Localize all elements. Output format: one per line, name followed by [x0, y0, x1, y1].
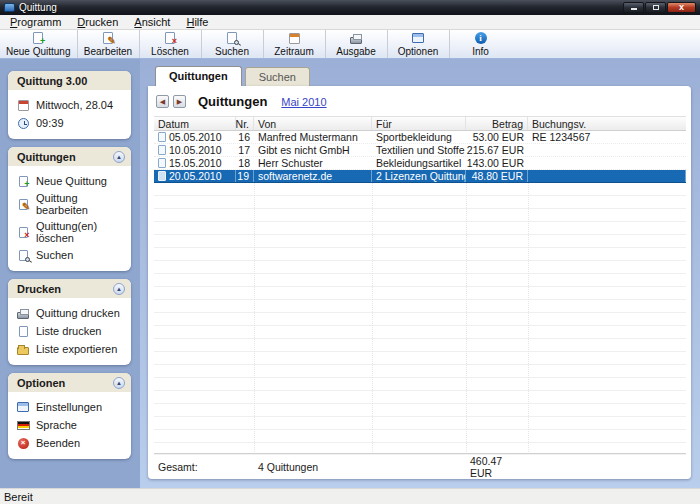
- receipt-doc-icon: [158, 158, 166, 168]
- maximize-button[interactable]: [645, 2, 666, 13]
- clock-icon: [16, 116, 30, 130]
- menu-drucken[interactable]: Drucken: [69, 15, 126, 29]
- optionen-panel-title: Optionen: [17, 377, 65, 389]
- toolbar-period-button[interactable]: Zeitraum: [264, 30, 326, 58]
- printer-icon: [16, 306, 30, 320]
- table-header[interactable]: Datum Nr. Von Für Betrag Buchungsv.: [154, 116, 686, 131]
- sidebar-item-quittung-loeschen[interactable]: × Quittung(en) löschen: [16, 218, 127, 246]
- total-label: Gesamt:: [154, 461, 236, 473]
- german-flag-icon: [16, 418, 30, 432]
- toolbar-output-button[interactable]: Ausgabe: [326, 30, 388, 58]
- toolbar-delete-button[interactable]: × Löschen: [140, 30, 202, 58]
- col-betrag[interactable]: Betrag: [466, 117, 528, 130]
- receipt-list-panel: ◀ ▶ Quittungen Mai 2010 Datum Nr. Von Fü…: [148, 86, 691, 479]
- menu-bar: Programm Drucken Ansicht Hilfe: [0, 15, 700, 30]
- table-row[interactable]: 10.05.2010 17 Gibt es nicht GmbH Textili…: [154, 144, 686, 157]
- new-receipt-icon: +: [31, 31, 46, 45]
- col-datum[interactable]: Datum: [154, 117, 236, 130]
- toolbar-new-receipt-button[interactable]: + Neue Quittung: [0, 30, 78, 58]
- collapse-button[interactable]: ▲: [113, 151, 125, 163]
- sidebar-item-sprache[interactable]: Sprache: [16, 416, 127, 434]
- toolbar-info-button[interactable]: i Info: [450, 30, 512, 58]
- sidebar-item-beenden[interactable]: × Beenden: [16, 434, 127, 452]
- receipt-count: 4 Quittungen: [254, 461, 372, 473]
- search-icon: [225, 31, 240, 45]
- new-receipt-icon: +: [16, 174, 30, 188]
- calendar-icon: [287, 31, 302, 45]
- sidebar-item-quittung-bearbeiten[interactable]: ✎ Quittung bearbeiten: [16, 190, 127, 218]
- tab-suchen[interactable]: Suchen: [245, 67, 310, 86]
- title-bar: Quittung x: [0, 0, 700, 15]
- search-icon: [16, 248, 30, 262]
- minimize-button[interactable]: [623, 2, 644, 13]
- table-row[interactable]: 05.05.2010 16 Manfred Mustermann Sportbe…: [154, 131, 686, 144]
- document-icon: [16, 324, 30, 338]
- toolbar-options-button[interactable]: Optionen: [388, 30, 450, 58]
- table-footer: Gesamt: 4 Quittungen 460.47 EUR: [154, 454, 686, 474]
- col-nr[interactable]: Nr.: [236, 117, 254, 130]
- receipt-doc-icon: [158, 132, 166, 142]
- menu-hilfe[interactable]: Hilfe: [178, 15, 216, 29]
- toolbar-search-button[interactable]: Suchen: [202, 30, 264, 58]
- drucken-panel: Drucken ▲ Quittung drucken Liste drucken: [8, 279, 131, 365]
- sidebar-item-liste-drucken[interactable]: Liste drucken: [16, 322, 127, 340]
- current-date: Mittwoch, 28.04: [16, 96, 127, 114]
- calendar-icon: [16, 98, 30, 112]
- sidebar-item-einstellungen[interactable]: Einstellungen: [16, 398, 127, 416]
- collapse-button[interactable]: ▲: [113, 283, 125, 295]
- col-von[interactable]: Von: [254, 117, 372, 130]
- info-panel: Quittung 3.00 Mittwoch, 28.04 09:39: [8, 71, 131, 139]
- printer-icon: [349, 31, 364, 45]
- status-bar: Bereit: [0, 488, 700, 504]
- sidebar-item-suchen[interactable]: Suchen: [16, 246, 127, 264]
- menu-programm[interactable]: Programm: [2, 15, 69, 29]
- tab-bar: Quittungen Suchen: [148, 66, 691, 86]
- tab-quittungen[interactable]: Quittungen: [155, 66, 242, 86]
- delete-icon: ×: [16, 225, 30, 239]
- quittungen-panel: Quittungen ▲ + Neue Quittung ✎ Quittung …: [8, 147, 131, 271]
- options-icon: [411, 31, 426, 45]
- collapse-button[interactable]: ▲: [113, 377, 125, 389]
- sidebar-item-liste-exportieren[interactable]: Liste exportieren: [16, 340, 127, 358]
- info-panel-title: Quittung 3.00: [17, 75, 87, 87]
- settings-icon: [16, 400, 30, 414]
- app-window: Quittung x Programm Drucken Ansicht Hilf…: [0, 0, 700, 504]
- status-text: Bereit: [4, 491, 33, 503]
- main-region: Quittungen Suchen ◀ ▶ Quittungen Mai 201…: [140, 59, 700, 488]
- drucken-panel-title: Drucken: [17, 283, 61, 295]
- window-title: Quittung: [19, 2, 623, 13]
- edit-icon: ✎: [101, 31, 116, 45]
- sidebar-item-quittung-drucken[interactable]: Quittung drucken: [16, 304, 127, 322]
- table-row[interactable]: 15.05.2010 18 Herr Schuster Bekleidungsa…: [154, 157, 686, 170]
- sidebar-item-neue-quittung[interactable]: + Neue Quittung: [16, 172, 127, 190]
- receipt-doc-icon: [158, 171, 166, 181]
- table-row-selected[interactable]: 20.05.2010 19 softwarenetz.de 2 Lizenzen…: [154, 170, 686, 183]
- current-time: 09:39: [16, 114, 127, 132]
- optionen-panel: Optionen ▲ Einstellungen Sprache ×: [8, 373, 131, 459]
- delete-icon: ×: [163, 31, 178, 45]
- export-folder-icon: [16, 342, 30, 356]
- app-icon: [4, 3, 15, 12]
- edit-icon: ✎: [16, 197, 30, 211]
- receipt-doc-icon: [158, 145, 166, 155]
- close-button[interactable]: x: [667, 2, 696, 13]
- empty-table-area[interactable]: [154, 183, 686, 452]
- quittungen-panel-title: Quittungen: [17, 151, 76, 163]
- total-amount: 460.47 EUR: [466, 455, 528, 479]
- toolbar: + Neue Quittung ✎ Bearbeiten × Löschen S…: [0, 30, 700, 59]
- col-fuer[interactable]: Für: [372, 117, 466, 130]
- next-month-button[interactable]: ▶: [173, 95, 186, 108]
- menu-ansicht[interactable]: Ansicht: [126, 15, 178, 29]
- list-title: Quittungen: [198, 94, 267, 109]
- period-link[interactable]: Mai 2010: [281, 96, 326, 108]
- sidebar: Quittung 3.00 Mittwoch, 28.04 09:39 Quit…: [0, 59, 140, 488]
- client-area: Quittung 3.00 Mittwoch, 28.04 09:39 Quit…: [0, 59, 700, 488]
- toolbar-edit-button[interactable]: ✎ Bearbeiten: [78, 30, 140, 58]
- col-buchungsv[interactable]: Buchungsv.: [528, 117, 686, 130]
- info-icon: i: [473, 31, 488, 45]
- quit-icon: ×: [16, 436, 30, 450]
- prev-month-button[interactable]: ◀: [156, 95, 169, 108]
